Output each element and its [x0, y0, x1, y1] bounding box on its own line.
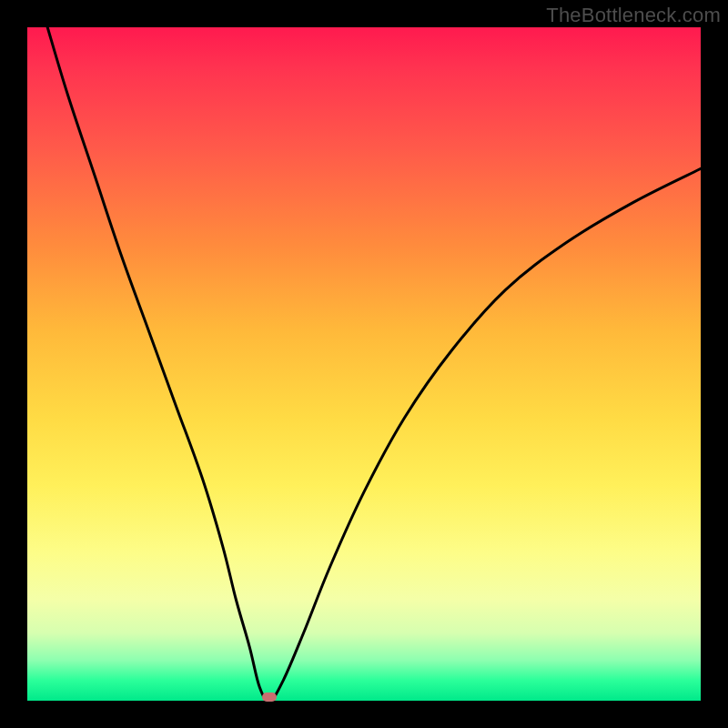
chart-plot-area: [27, 27, 701, 701]
bottleneck-curve: [27, 27, 701, 701]
chart-frame: TheBottleneck.com: [0, 0, 728, 728]
optimal-point-marker: [262, 693, 277, 702]
watermark-text: TheBottleneck.com: [546, 4, 721, 27]
